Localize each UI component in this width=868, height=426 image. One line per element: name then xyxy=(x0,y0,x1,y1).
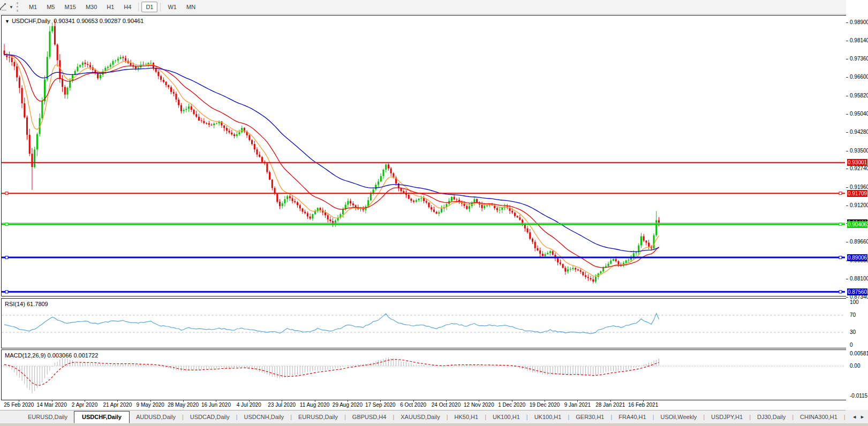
macd-indicator-panel[interactable]: MACD(12,26,9) 0.003066 0.001722 xyxy=(1,349,847,400)
macd-scale-label: 0.005818 xyxy=(850,351,868,356)
candlestick-canvas[interactable] xyxy=(2,16,845,295)
rsi-scale-label: 70 xyxy=(850,312,856,318)
line-drag-handle[interactable] xyxy=(5,223,8,226)
axis-tick-mark xyxy=(846,151,848,151)
tab-scroll-right-icon[interactable]: ► xyxy=(860,414,865,420)
date-tick-label: 25 Feb 2020 xyxy=(4,402,34,408)
line-drag-handle[interactable] xyxy=(839,256,842,259)
level-price-label: 0.91709 xyxy=(847,190,867,197)
line-drag-handle[interactable] xyxy=(839,223,842,226)
date-tick-label: 23 Jul 2020 xyxy=(268,402,296,408)
chart-tab-usdcad-daily[interactable]: USDCAD,Daily xyxy=(184,412,236,423)
level-price-label: 0.87560 xyxy=(847,288,867,295)
chart-tab-eurusd-daily[interactable]: EURUSD,Daily xyxy=(292,412,344,423)
rsi-value: 61.7809 xyxy=(27,301,48,307)
price-tick-label: 0.92740 xyxy=(850,165,868,171)
axis-tick-mark xyxy=(846,41,848,41)
chart-tab-audusd-daily[interactable]: AUDUSD,Daily xyxy=(130,412,182,423)
ma-slow-line xyxy=(4,55,659,252)
level-price-label: 0.93001 xyxy=(847,159,867,166)
chart-tab-usdcnh-daily[interactable]: USDCNH,Daily xyxy=(238,412,291,423)
tab-scroll-left-icon[interactable]: ◄ xyxy=(852,414,857,420)
axis-tick-mark xyxy=(846,297,848,298)
rsi-indicator-panel[interactable]: RSI(14) 61.7809 xyxy=(1,298,847,348)
timeframe-button-h1[interactable]: H1 xyxy=(102,2,118,12)
ma-medium-line xyxy=(4,55,659,268)
line-drag-handle[interactable] xyxy=(5,192,8,195)
chart-tab-china300-h1[interactable]: CHINA300,H1 xyxy=(794,412,844,423)
date-tick-label: 16 Jun 2020 xyxy=(201,402,231,408)
rsi-scale-label: 100 xyxy=(850,299,859,305)
timeframe-button-w1[interactable]: W1 xyxy=(163,2,181,12)
chart-tab-fra40-h1[interactable]: FRA40,H1 xyxy=(612,412,652,423)
level-price-label: 0.89006 xyxy=(847,254,867,261)
date-tick-label: 6 Oct 2020 xyxy=(400,402,426,408)
chart-ohlc-values: 0.90341 0.90653 0.90287 0.90461 xyxy=(54,18,144,24)
rsi-canvas[interactable] xyxy=(2,299,845,347)
date-tick-label: 4 Jul 2020 xyxy=(237,402,261,408)
level-price-label: 0.90406 xyxy=(847,221,867,228)
chart-tab-usoil-weekly[interactable]: USOil,Weekly xyxy=(654,412,704,423)
timeframe-button-m15[interactable]: M15 xyxy=(60,2,80,12)
timeframe-button-m1[interactable]: M1 xyxy=(25,2,41,12)
date-tick-label: 28 May 2020 xyxy=(168,402,199,408)
chart-tab-usdjpy-h1[interactable]: USDJPY,H1 xyxy=(705,412,749,423)
price-tick-label: 0.98140 xyxy=(850,37,868,43)
date-tick-label: 9 Jan 2021 xyxy=(564,402,591,408)
line-drag-handle[interactable] xyxy=(5,291,8,293)
timeframe-button-h4[interactable]: H4 xyxy=(119,2,135,12)
chart-tab-uk100-h1[interactable]: UK100,H1 xyxy=(528,412,568,423)
timeframe-button-d1[interactable]: D1 xyxy=(141,2,157,12)
line-drag-handle[interactable] xyxy=(839,291,842,293)
axis-tick-mark xyxy=(846,279,848,279)
timeframe-button-m5[interactable]: M5 xyxy=(42,2,59,12)
chart-tab-eurusd-daily[interactable]: EURUSD,Daily xyxy=(21,412,74,423)
price-tick-label: 0.91200 xyxy=(850,202,868,208)
date-tick-label: 24 Oct 2020 xyxy=(432,402,461,408)
price-tick-label: 0.98900 xyxy=(850,19,868,25)
price-tick-label: 0.88100 xyxy=(850,276,868,282)
main-price-chart[interactable]: ▼USDCHF,Daily 0.90341 0.90653 0.90287 0.… xyxy=(1,15,847,296)
chart-tab-hk50-h1[interactable]: HK50,H1 xyxy=(448,412,485,423)
price-tick-label: 0.89660 xyxy=(850,239,868,245)
macd-value-main: 0.003066 xyxy=(47,352,72,359)
timeframe-button-m30[interactable]: M30 xyxy=(81,2,101,12)
axis-tick-mark xyxy=(846,59,848,59)
chart-tab-dj30-daily[interactable]: DJ30,Daily xyxy=(751,412,792,423)
chart-tab-xauusd-daily[interactable]: XAUUSD,Daily xyxy=(394,412,446,423)
axis-tick-mark xyxy=(846,132,848,133)
toolbar-grip[interactable] xyxy=(17,2,21,12)
macd-value-signal: 0.001722 xyxy=(73,352,98,359)
line-drag-handle[interactable] xyxy=(839,192,842,195)
timeframe-button-group: M1M5M15M30H1H4D1W1MN xyxy=(24,2,200,12)
chart-tab-usdchf-daily[interactable]: USDCHF,Daily xyxy=(74,411,130,423)
axis-tick-mark xyxy=(846,114,848,115)
chart-tab-ger30-h1[interactable]: GER30,H1 xyxy=(569,412,610,423)
price-tick-label: 0.95040 xyxy=(850,111,868,117)
price-tick-label: 0.97360 xyxy=(850,56,868,62)
chart-tab-bar: EURUSD,DailyUSDCHF,DailyAUDUSD,Daily|USD… xyxy=(0,410,868,423)
symbol-dropdown-caret[interactable]: ▼ xyxy=(5,19,10,24)
price-tick-label: 0.91960 xyxy=(850,184,868,190)
date-tick-label: 17 Sep 2020 xyxy=(365,402,396,408)
macd-canvas[interactable] xyxy=(2,350,845,399)
date-tick-label: 16 Feb 2021 xyxy=(628,402,658,408)
macd-signal-line xyxy=(4,360,659,386)
rsi-label-line: RSI(14) 61.7809 xyxy=(5,301,48,307)
tab-scroll-controls: ◄ ► xyxy=(846,410,868,423)
axis-tick-mark xyxy=(846,206,848,206)
chart-tab-uk100-h1[interactable]: UK100,H1 xyxy=(486,412,526,423)
axis-tick-mark xyxy=(846,242,848,242)
toolbar-separator xyxy=(160,3,161,11)
rsi-name: RSI(14) xyxy=(5,301,25,307)
timeframe-button-mn[interactable]: MN xyxy=(182,2,200,12)
rsi-scale-label: 0 xyxy=(850,342,853,348)
chart-tab-gbpusd-h4[interactable]: GBPUSD,H4 xyxy=(346,412,393,423)
price-tick-label: 0.96600 xyxy=(850,74,868,80)
drawing-tool-icon[interactable] xyxy=(0,2,9,12)
axis-tick-mark xyxy=(846,187,848,188)
tool-dropdown-caret[interactable]: ▼ xyxy=(9,5,13,10)
chart-symbol-title: USDCHF,Daily xyxy=(12,18,50,24)
rsi-line xyxy=(4,314,659,334)
line-drag-handle[interactable] xyxy=(5,256,8,259)
